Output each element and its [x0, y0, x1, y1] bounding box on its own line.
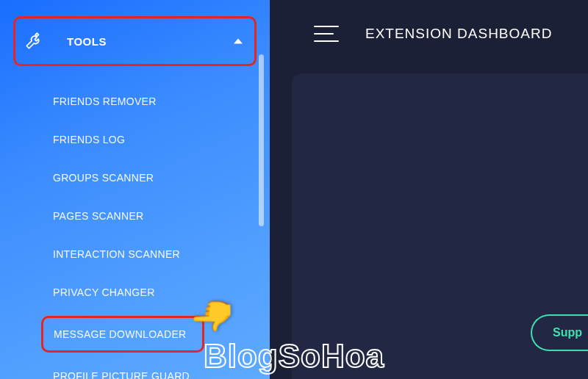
- app-root: TOOLS FRIENDS REMOVER FRIENDS LOG GROUPS…: [0, 0, 588, 379]
- page-title: EXTENSION DASHBOARD: [365, 26, 552, 42]
- sidebar-item-label: PROFILE PICTURE GUARD: [53, 370, 190, 379]
- sidebar-item-profile-picture-guard[interactable]: PROFILE PICTURE GUARD: [0, 357, 270, 379]
- sidebar-item-label: INTERACTION SCANNER: [53, 248, 180, 260]
- content-panel: Supp: [292, 73, 588, 379]
- sidebar-item-label: GROUPS SCANNER: [53, 172, 154, 184]
- sidebar-item-groups-scanner[interactable]: GROUPS SCANNER: [0, 159, 270, 197]
- sidebar-item-label: FRIENDS LOG: [53, 134, 125, 145]
- main-area: EXTENSION DASHBOARD Supp: [270, 0, 588, 379]
- sidebar-item-privacy-changer[interactable]: PRIVACY CHANGER: [0, 273, 270, 311]
- support-button[interactable]: Supp: [531, 314, 588, 351]
- tools-icon: [21, 29, 46, 54]
- sidebar-item-friends-remover[interactable]: FRIENDS REMOVER: [0, 82, 270, 120]
- support-button-label: Supp: [553, 326, 582, 339]
- sidebar-item-pages-scanner[interactable]: PAGES SCANNER: [0, 197, 270, 235]
- sidebar-menu: FRIENDS REMOVER FRIENDS LOG GROUPS SCANN…: [0, 82, 270, 379]
- sidebar-item-friends-log[interactable]: FRIENDS LOG: [0, 120, 270, 159]
- sidebar-scrollbar[interactable]: [259, 54, 264, 226]
- chevron-up-icon: [234, 39, 243, 44]
- sidebar-tools-header[interactable]: TOOLS: [13, 16, 257, 66]
- sidebar-item-label: PRIVACY CHANGER: [53, 286, 155, 298]
- sidebar: TOOLS FRIENDS REMOVER FRIENDS LOG GROUPS…: [0, 0, 270, 379]
- sidebar-item-message-downloader[interactable]: MESSAGE DOWNLOADER: [0, 311, 270, 357]
- highlight-box: MESSAGE DOWNLOADER: [41, 316, 204, 353]
- sidebar-item-interaction-scanner[interactable]: INTERACTION SCANNER: [0, 235, 270, 273]
- sidebar-item-label: MESSAGE DOWNLOADER: [54, 328, 186, 340]
- topbar: EXTENSION DASHBOARD: [270, 0, 588, 68]
- sidebar-item-label: PAGES SCANNER: [53, 210, 143, 222]
- sidebar-tools-label: TOOLS: [67, 35, 107, 48]
- hamburger-icon[interactable]: [314, 26, 339, 42]
- sidebar-item-label: FRIENDS REMOVER: [53, 95, 157, 107]
